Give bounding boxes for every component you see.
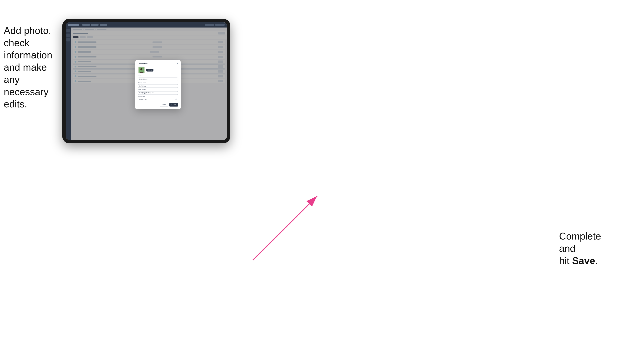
school-year-controls: × ▲ ▼: [175, 98, 177, 100]
tablet-device: User details ×: [62, 19, 230, 143]
sidebar-icon-settings: [66, 38, 70, 41]
modal-footer: Cancel ⬆ Save: [138, 103, 178, 107]
modal-header: User details ×: [138, 63, 178, 65]
topbar-right: [205, 24, 224, 26]
display-name-field-group: Display name: [138, 82, 178, 88]
school-year-arrow-down[interactable]: ▼: [176, 99, 177, 100]
name-field-group: Name: [138, 75, 178, 81]
name-input[interactable]: [138, 77, 178, 81]
topbar-nav-item-3: [100, 24, 107, 26]
annotation-left: Add photo, check information and make an…: [4, 24, 58, 110]
topbar-nav: [82, 24, 107, 26]
annotation-right-punct: .: [595, 255, 598, 266]
annotation-right-bold: Save: [572, 255, 595, 266]
display-name-label: Display name: [138, 82, 178, 83]
school-year-field-group: School Year × ▲ ▼: [138, 96, 178, 101]
topbar-nav-item: [82, 24, 90, 26]
topbar-right-item: [205, 24, 214, 26]
display-name-input[interactable]: [138, 84, 178, 88]
app-sidebar: [66, 27, 71, 140]
save-button[interactable]: ⬆ Save: [169, 103, 178, 107]
user-photo-thumbnail: [138, 66, 145, 73]
email-label: Email address: [138, 89, 178, 90]
school-year-clear-button[interactable]: ×: [175, 98, 176, 100]
school-year-input[interactable]: [138, 98, 178, 101]
school-year-arrows: ▲ ▼: [176, 98, 177, 100]
tablet-screen: User details ×: [66, 22, 227, 140]
photo-section: Upload: [138, 66, 178, 73]
topbar-right-item-2: [215, 24, 224, 26]
topbar-logo: [68, 24, 79, 26]
app-topbar: [66, 22, 227, 27]
email-field-group: Email address: [138, 89, 178, 95]
annotation-right-line2: hit: [559, 255, 572, 266]
modal-overlay: User details ×: [71, 27, 227, 140]
svg-point-4: [140, 68, 142, 70]
sidebar-icon-users: [66, 33, 70, 37]
save-label: Save: [173, 104, 176, 106]
svg-line-2: [253, 196, 317, 260]
cancel-button[interactable]: Cancel: [160, 103, 168, 107]
annotation-right-line1: Complete and: [559, 231, 601, 254]
user-photo-svg: [139, 67, 144, 73]
upload-photo-button[interactable]: Upload: [146, 69, 154, 71]
modal-title: User details: [138, 63, 148, 65]
user-details-modal: User details ×: [135, 60, 181, 109]
topbar-nav-item-2: [91, 24, 98, 26]
name-label: Name: [138, 75, 178, 76]
annotation-right: Complete and hit Save.: [559, 230, 614, 267]
school-year-label: School Year: [138, 96, 178, 97]
app-main: User details ×: [71, 27, 227, 140]
save-icon: ⬆: [171, 104, 172, 105]
sidebar-icon-home: [66, 29, 70, 32]
app-content: User details ×: [66, 27, 227, 140]
email-input[interactable]: [138, 91, 178, 95]
modal-close-button[interactable]: ×: [177, 63, 178, 65]
school-year-input-wrap: × ▲ ▼: [138, 98, 178, 101]
